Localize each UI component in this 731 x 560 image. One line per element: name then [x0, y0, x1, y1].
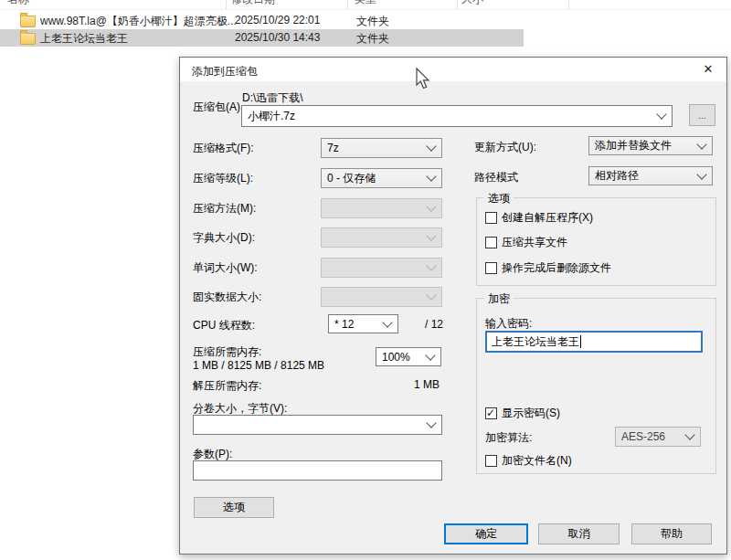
- level-combobox[interactable]: 0 - 仅存储: [321, 168, 442, 188]
- column-separator: [347, 0, 348, 9]
- dictionary-combobox: [321, 227, 442, 248]
- format-value: 7z: [327, 142, 339, 154]
- chevron-down-icon[interactable]: [656, 109, 666, 119]
- file-date: 2025/10/29 22:01: [235, 14, 320, 26]
- browse-button[interactable]: ...: [689, 104, 715, 126]
- delete-after-checkbox[interactable]: [485, 262, 497, 274]
- solid-block-label: 固实数据大小:: [193, 290, 261, 305]
- dictionary-label: 字典大小(D):: [193, 230, 255, 246]
- path-mode-label: 路径模式: [474, 170, 518, 185]
- column-separator: [568, 0, 569, 9]
- shared-files-checkbox[interactable]: [485, 237, 497, 248]
- memory-compress-value: 1 MB / 8125 MB / 8125 MB: [193, 359, 324, 372]
- shared-files-checkbox-row[interactable]: 压缩共享文件: [485, 235, 567, 250]
- folder-icon: [20, 33, 36, 45]
- archive-label: 压缩包(A): [193, 100, 240, 115]
- word-size-label: 单词大小(W):: [193, 260, 258, 276]
- show-password-checkbox[interactable]: [485, 407, 497, 419]
- shared-files-label: 压缩共享文件: [502, 235, 567, 250]
- update-mode-combobox[interactable]: 添加并替换文件: [588, 136, 713, 155]
- encrypt-names-checkbox[interactable]: [485, 455, 497, 467]
- level-label: 压缩等级(L):: [193, 171, 253, 186]
- text-caret: [580, 335, 581, 348]
- memory-decompress-value: 1 MB: [414, 378, 440, 391]
- options-button[interactable]: 选项: [194, 497, 274, 518]
- word-size-combobox: [321, 258, 442, 278]
- add-to-archive-dialog: 添加到压缩包 ✕ 压缩包(A) D:\迅雷下载\ 小椰汁.7z ... 压缩格式…: [179, 57, 727, 555]
- path-mode-combobox[interactable]: 相对路径: [588, 166, 713, 185]
- password-label: 输入密码:: [485, 316, 532, 332]
- update-mode-label: 更新方式(U):: [474, 140, 536, 155]
- column-header-date[interactable]: 修改日期: [231, 0, 275, 7]
- chevron-down-icon[interactable]: [426, 171, 436, 181]
- format-label: 压缩格式(F):: [193, 141, 254, 156]
- column-separator: [226, 0, 227, 9]
- sfx-checkbox[interactable]: [485, 212, 497, 224]
- encrypt-names-checkbox-row[interactable]: 加密文件名(N): [485, 453, 572, 469]
- file-name: www.98T.la@【奶香小椰汁】超漂亮极...: [40, 14, 237, 29]
- file-type: 文件夹: [356, 31, 389, 47]
- dialog-title: 添加到压缩包: [192, 64, 258, 79]
- chevron-down-icon: [426, 230, 436, 240]
- encrypt-names-label: 加密文件名(N): [502, 453, 572, 469]
- chevron-down-icon[interactable]: [382, 317, 392, 327]
- method-combobox: [321, 198, 442, 218]
- screen: 名称 修改日期 类型 大小 www.98T.la@【奶香小椰汁】超漂亮极... …: [0, 0, 731, 560]
- cancel-button[interactable]: 取消: [538, 523, 620, 544]
- solid-block-combobox: [321, 287, 442, 307]
- chevron-down-icon[interactable]: [684, 429, 694, 439]
- chevron-down-icon: [426, 290, 436, 300]
- sfx-label: 创建自解压程序(X): [502, 210, 593, 226]
- sfx-checkbox-row[interactable]: 创建自解压程序(X): [485, 210, 593, 226]
- path-mode-value: 相对路径: [595, 168, 639, 184]
- update-mode-value: 添加并替换文件: [595, 138, 672, 153]
- format-combobox[interactable]: 7z: [321, 138, 442, 158]
- archive-name-combobox[interactable]: 小椰汁.7z: [241, 105, 673, 127]
- file-type: 文件夹: [356, 14, 389, 29]
- level-value: 0 - 仅存储: [327, 171, 376, 186]
- help-button[interactable]: 帮助: [631, 523, 712, 544]
- column-header-name[interactable]: 名称: [7, 0, 29, 7]
- file-list-header: 名称 修改日期 类型 大小: [0, 0, 731, 10]
- cpu-threads-label: CPU 线程数:: [193, 318, 255, 333]
- delete-after-checkbox-row[interactable]: 操作完成后删除源文件: [485, 260, 611, 276]
- close-icon[interactable]: ✕: [694, 58, 723, 81]
- chevron-down-icon: [426, 260, 436, 270]
- column-header-type[interactable]: 类型: [355, 0, 376, 7]
- file-row-2[interactable]: 上老王论坛当老王 2025/10/30 14:43 文件夹: [0, 29, 524, 47]
- encryption-method-combobox[interactable]: AES-256: [615, 427, 701, 447]
- encryption-method-label: 加密算法:: [485, 430, 532, 446]
- column-header-size[interactable]: 大小: [461, 0, 483, 7]
- cpu-threads-value: * 12: [334, 318, 354, 331]
- chevron-down-icon: [426, 201, 436, 211]
- chevron-down-icon[interactable]: [696, 139, 706, 149]
- password-value: 上老王论坛当老王: [492, 334, 579, 350]
- chevron-down-icon[interactable]: [426, 417, 436, 428]
- memory-percent-combobox[interactable]: 100%: [376, 347, 441, 366]
- options-group-title: 选项: [484, 191, 514, 206]
- chevron-down-icon[interactable]: [696, 169, 706, 179]
- column-separator: [457, 0, 458, 9]
- show-password-checkbox-row[interactable]: 显示密码(S): [485, 406, 560, 421]
- archive-path: D:\迅雷下载\: [242, 90, 303, 106]
- encryption-method-value: AES-256: [621, 430, 665, 443]
- encryption-group-title: 加密: [484, 291, 514, 307]
- password-input[interactable]: 上老王论坛当老王: [485, 331, 703, 353]
- chevron-down-icon[interactable]: [425, 350, 435, 360]
- archive-name-value: 小椰汁.7z: [248, 109, 295, 124]
- chevron-down-icon[interactable]: [426, 141, 436, 151]
- dialog-titlebar[interactable]: 添加到压缩包 ✕: [180, 58, 726, 81]
- cpu-threads-total: / 12: [425, 318, 443, 331]
- memory-percent-value: 100%: [382, 351, 410, 364]
- file-row-1[interactable]: www.98T.la@【奶香小椰汁】超漂亮极... 2025/10/29 22:…: [0, 12, 524, 29]
- delete-after-label: 操作完成后删除源文件: [502, 260, 611, 276]
- folder-icon: [20, 16, 36, 27]
- method-label: 压缩方法(M):: [193, 201, 256, 217]
- parameters-input[interactable]: [193, 460, 442, 481]
- memory-decompress-label: 解压所需内存:: [193, 378, 261, 394]
- cpu-threads-combobox[interactable]: * 12: [328, 314, 398, 333]
- ok-button[interactable]: 确定: [444, 523, 528, 544]
- memory-compress-label: 压缩所需内存:: [193, 344, 261, 360]
- show-password-label: 显示密码(S): [502, 406, 560, 421]
- volume-size-combobox[interactable]: [193, 415, 442, 435]
